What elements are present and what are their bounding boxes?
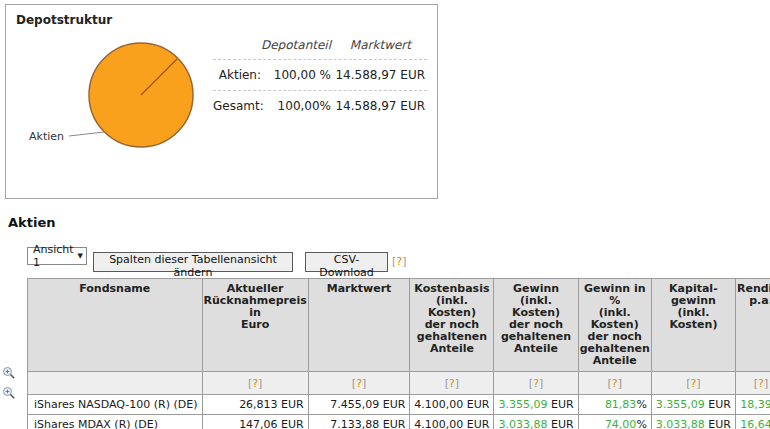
gain-pct-cell: 74,00% [578, 415, 651, 429]
help-bracket: ] [764, 377, 768, 390]
capital-gain-cell: 3.033,88 EUR [651, 415, 735, 429]
fund-name-cell: iShares NASDAQ-100 (R) (DE) [28, 395, 203, 415]
section-heading-aktien: Aktien [8, 215, 55, 230]
col-header-gewinn: Gewinn (inkl. Kosten) der noch gehaltene… [494, 279, 578, 372]
yield-cell: 16,64% [735, 415, 770, 429]
column-help-link[interactable]: [?] [248, 377, 262, 390]
yield-cell: 18,39% [735, 395, 770, 415]
capital-gain-cell: 3.355,09 EUR [651, 395, 735, 415]
summary-row-gesamt: Gesamt: 100,00% 14.588,97 EUR [213, 91, 427, 113]
pie-slice-label: Aktien [29, 130, 64, 143]
gain-pct-cell: 81,83% [578, 395, 651, 415]
gain-pct-unit: % [636, 398, 646, 411]
summary-row-value: 14.588,97 EUR [331, 68, 425, 82]
capital-gain-unit: EUR [705, 418, 731, 429]
help-cell: [?] [202, 372, 308, 395]
view-select-value: Ansicht 1 [33, 243, 78, 269]
cost-basis-cell: 4.100,00 EUR [410, 395, 494, 415]
change-columns-button[interactable]: Spalten dieser Tabellenansicht ändern [93, 252, 293, 272]
gain-pct-value: 81,83 [605, 398, 637, 411]
summary-row-aktien: Aktien: 100,00 % 14.588,97 EUR [213, 60, 427, 91]
magnifier-icon[interactable] [2, 366, 16, 380]
col-header-ruecknahmepreis: Aktueller Rücknahmepreis in Euro [202, 279, 308, 372]
gain-pct-value: 74,00 [605, 418, 637, 429]
column-help-link[interactable]: [?] [352, 377, 366, 390]
help-cell: [?] [494, 372, 578, 395]
column-help-link[interactable]: [?] [754, 377, 768, 390]
col-header-rendite: Rendite p.a. [735, 279, 770, 372]
help-bracket: ] [539, 377, 543, 390]
help-cell: [?] [578, 372, 651, 395]
column-help-link[interactable]: [?] [686, 377, 700, 390]
view-select[interactable]: Ansicht 1 ▼ [27, 247, 87, 265]
magnifier-icon[interactable] [2, 386, 16, 400]
column-help-link[interactable]: [?] [608, 377, 622, 390]
col-header-kostenbasis: Kostenbasis (inkl. Kosten) der noch geha… [410, 279, 494, 372]
cost-basis-cell: 4.100,00 EUR [410, 415, 494, 429]
csv-download-button[interactable]: CSV-Download [305, 252, 388, 272]
chevron-down-icon: ▼ [78, 253, 83, 260]
help-bracket: ] [258, 377, 262, 390]
column-help-link[interactable]: [?] [529, 377, 543, 390]
capital-gain-value: 3.033,88 [656, 418, 705, 429]
yield-value: 16,64 [740, 418, 770, 429]
table-help-row: [?] [?] [?] [?] [?] [?] [?] [28, 372, 770, 395]
price-cell: 26,813 EUR [202, 395, 308, 415]
summary-row-label: Aktien: [213, 68, 261, 82]
summary-row-label: Gesamt: [213, 99, 261, 113]
help-cell: [?] [308, 372, 410, 395]
gain-value: 3.033,88 [498, 418, 547, 429]
capital-gain-value: 3.355,09 [656, 398, 705, 411]
help-bracket: ] [455, 377, 459, 390]
summary-header-marktwert: Marktwert [331, 38, 425, 52]
help-bracket: ] [362, 377, 366, 390]
gain-value: 3.355,09 [498, 398, 547, 411]
table-row: iShares NASDAQ-100 (R) (DE) 26,813 EUR 7… [28, 395, 770, 415]
gain-unit: EUR [547, 398, 573, 411]
market-value-cell: 7.133,88 EUR [308, 415, 410, 429]
help-cell: [?] [410, 372, 494, 395]
gain-pct-unit: % [636, 418, 646, 429]
summary-row-value: 14.588,97 EUR [331, 99, 425, 113]
help-cell-empty [28, 372, 203, 395]
summary-row-share: 100,00 % [261, 68, 331, 82]
col-header-marktwert: Marktwert [308, 279, 410, 372]
gain-cell: 3.355,09 EUR [494, 395, 578, 415]
summary-header-row: Depotanteil Marktwert [213, 35, 427, 60]
fund-name-cell: iShares MDAX (R) (DE) [28, 415, 203, 429]
col-header-fondsname: Fondsname [28, 279, 203, 372]
table-header-row: Fondsname Aktueller Rücknahmepreis in Eu… [28, 279, 770, 372]
gain-cell: 3.033,88 EUR [494, 415, 578, 429]
col-header-gewinn-prozent: Gewinn in % (inkl. Kosten) der noch geha… [578, 279, 651, 372]
price-cell: 147,06 EUR [202, 415, 308, 429]
table-row: iShares MDAX (R) (DE) 147,06 EUR 7.133,8… [28, 415, 770, 429]
csv-help-link[interactable]: [?] [392, 255, 406, 268]
pie-label-connector-line [69, 132, 104, 136]
capital-gain-unit: EUR [705, 398, 731, 411]
column-help-link[interactable]: [?] [445, 377, 459, 390]
col-header-kapitalgewinn: Kapital- gewinn (inkl. Kosten) [651, 279, 735, 372]
summary-header-spacer [213, 38, 261, 52]
market-value-cell: 7.455,09 EUR [308, 395, 410, 415]
summary-header-depotanteil: Depotanteil [261, 38, 331, 52]
depot-structure-panel: Depotstruktur Aktien Depotanteil Marktwe… [5, 4, 438, 199]
yield-value: 18,39 [740, 398, 770, 411]
help-bracket: ] [696, 377, 700, 390]
help-bracket: ] [402, 255, 406, 268]
help-bracket: ] [618, 377, 622, 390]
depot-summary-table: Depotanteil Marktwert Aktien: 100,00 % 1… [213, 35, 427, 113]
gain-unit: EUR [547, 418, 573, 429]
help-cell: [?] [651, 372, 735, 395]
summary-row-share: 100,00% [261, 99, 331, 113]
help-cell: [?] [735, 372, 770, 395]
fund-table: Fondsname Aktueller Rücknahmepreis in Eu… [27, 278, 770, 429]
